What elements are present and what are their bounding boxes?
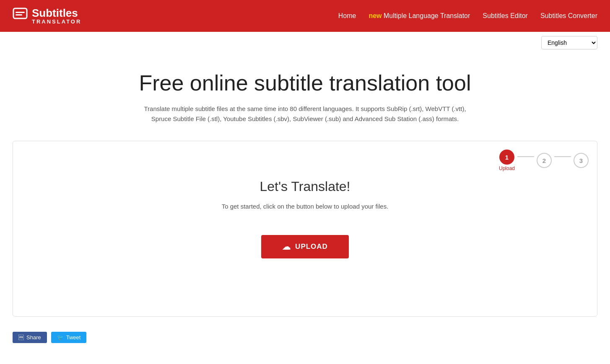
step-2-container: 2	[537, 153, 552, 168]
social-bar:  Share 🐦 Tweet	[0, 325, 610, 350]
facebook-icon: 	[18, 334, 24, 341]
logo-subtitles-text: Subtitles	[32, 7, 81, 19]
svg-rect-0	[13, 8, 27, 18]
nav-home[interactable]: Home	[338, 12, 356, 20]
logo-icon	[13, 8, 28, 24]
stepper: 1 Upload 2 3	[499, 150, 589, 171]
card-subtext: To get started, click on the button belo…	[26, 203, 584, 210]
svg-rect-2	[16, 14, 22, 15]
step-1-container: 1 Upload	[499, 150, 515, 171]
step-1: 1	[499, 150, 514, 165]
multiple-translator-label: Multiple Language Translator	[384, 12, 470, 19]
language-select[interactable]: English Spanish French German Italian Po…	[541, 36, 597, 49]
facebook-share-button[interactable]:  Share	[13, 332, 47, 343]
twitter-icon: 🐦	[57, 334, 64, 341]
card-heading: Let's Translate!	[26, 179, 584, 194]
facebook-share-label: Share	[26, 334, 41, 341]
logo-link[interactable]: Subtitles TRANSLATOR	[13, 7, 81, 25]
svg-rect-1	[16, 12, 25, 13]
upload-cloud-icon: ☁	[282, 242, 291, 252]
nav-multiple-translator[interactable]: new Multiple Language Translator	[369, 12, 470, 20]
main-nav: Home new Multiple Language Translator Su…	[338, 12, 597, 20]
new-badge-label: new	[369, 12, 382, 19]
language-bar: English Spanish French German Italian Po…	[0, 32, 610, 54]
nav-subtitles-converter[interactable]: Subtitles Converter	[540, 12, 597, 20]
upload-button[interactable]: ☁ UPLOAD	[261, 235, 349, 258]
hero-description: Translate multiple subtitle files at the…	[138, 104, 473, 124]
step-3: 3	[574, 153, 589, 168]
main-card: 1 Upload 2 3 Let's Translate! To get sta…	[13, 141, 597, 317]
step-line-1-2	[517, 156, 534, 157]
twitter-tweet-label: Tweet	[66, 334, 81, 341]
hero-title: Free online subtitle translation tool	[8, 70, 602, 96]
step-1-label: Upload	[499, 165, 515, 171]
step-line-2-3	[554, 156, 571, 157]
twitter-tweet-button[interactable]: 🐦 Tweet	[51, 332, 87, 343]
upload-button-label: UPLOAD	[295, 243, 328, 251]
logo-translator-text: TRANSLATOR	[32, 19, 81, 25]
hero-section: Free online subtitle translation tool Tr…	[0, 54, 610, 132]
step-3-container: 3	[574, 153, 589, 168]
nav-subtitles-editor[interactable]: Subtitles Editor	[483, 12, 528, 20]
step-2: 2	[537, 153, 552, 168]
